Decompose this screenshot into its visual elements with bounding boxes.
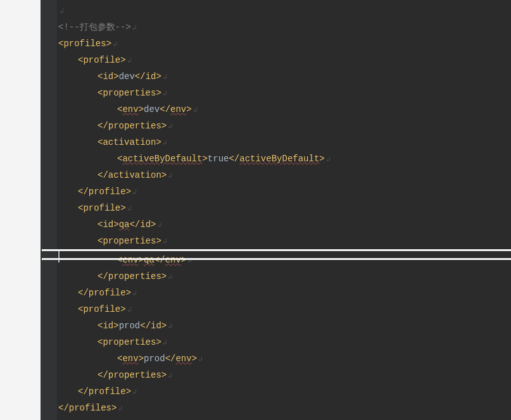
crlf-icon: ↲	[161, 237, 167, 246]
code-margin	[41, 0, 57, 420]
tag-id-close: id	[151, 321, 161, 331]
crlf-icon: ↲	[156, 221, 161, 230]
crlf-icon: ↲	[167, 371, 172, 380]
code-line[interactable]: </properties>↲	[58, 268, 511, 285]
comment-open: <!--	[58, 22, 80, 32]
crlf-icon: ↲	[167, 322, 172, 331]
tag-properties-close: properties	[108, 370, 161, 380]
tag-profile-close: profile	[89, 288, 126, 298]
code-line[interactable]: </properties>↲	[58, 367, 511, 383]
code-line[interactable]: <id>prod</id>↲	[58, 318, 511, 334]
comment-close: -->	[115, 22, 131, 32]
crlf-icon: ↲	[197, 355, 203, 364]
tag-profile-open: profile	[83, 203, 120, 213]
crlf-icon: ↲	[131, 188, 137, 197]
code-line[interactable]: <activation>↲	[58, 134, 511, 151]
code-line[interactable]: <properties>↲	[58, 233, 511, 249]
code-line[interactable]: </profiles>↲	[58, 400, 511, 416]
crlf-icon: ↲	[111, 40, 117, 49]
value-prod: prod	[119, 321, 141, 331]
value-prod: prod	[144, 354, 165, 364]
tag-properties-close: properties	[108, 121, 161, 131]
crlf-icon: ↲	[167, 122, 172, 131]
tag-profile-open: profile	[83, 304, 120, 314]
tag-id-close: id	[140, 219, 151, 230]
gutter	[0, 0, 41, 420]
code-line[interactable]: ↲	[58, 3, 511, 19]
split-gap: <env>qa</env>↲	[58, 249, 511, 268]
crlf-icon: ↲	[161, 338, 167, 347]
crlf-icon: ↲	[117, 404, 122, 413]
tag-profile-close: profile	[89, 386, 126, 397]
code-line[interactable]: <profiles>↲	[58, 35, 511, 52]
code-line[interactable]: <!--打包参数-->↲	[58, 19, 511, 35]
tag-id-open: id	[103, 71, 113, 82]
tag-activation-close: activation	[108, 170, 161, 180]
crlf-icon: ↲	[131, 23, 137, 32]
crlf-icon: ↲	[131, 388, 137, 397]
crlf-icon: ↲	[161, 89, 167, 98]
crlf-icon: ↲	[126, 306, 132, 314]
crlf-icon: ↲	[161, 73, 167, 82]
value-qa: qa	[119, 219, 130, 230]
code-line[interactable]: </properties>↲	[58, 118, 511, 134]
code-area[interactable]: ↲ <!--打包参数-->↲ <profiles>↲ <profile>↲ <i…	[57, 0, 511, 420]
tag-properties-open: properties	[103, 337, 156, 347]
code-line[interactable]: </profile>↲	[58, 383, 511, 400]
tag-properties-open: properties	[103, 236, 156, 246]
crlf-icon: ↲	[131, 289, 137, 298]
code-line[interactable]: <profile>↲	[58, 301, 511, 318]
crlf-icon: ↲	[192, 106, 198, 114]
tag-id-open: id	[103, 321, 113, 331]
crlf-icon: ↲	[161, 139, 167, 147]
tag-env-open: env	[122, 354, 138, 364]
code-line[interactable]: <properties>↲	[58, 334, 511, 350]
crlf-icon: ↲	[325, 155, 331, 164]
tag-properties-open: properties	[103, 88, 156, 98]
tag-profiles-open: profiles	[63, 39, 106, 49]
code-line[interactable]: </profile>↲	[58, 285, 511, 301]
code-line[interactable]: <profile>↲	[58, 200, 511, 216]
crlf-icon: ↲	[58, 7, 64, 16]
value-qa: qa	[144, 255, 155, 265]
tag-env-close: env	[165, 255, 181, 265]
code-line[interactable]: </activation>↲	[58, 167, 511, 183]
tag-env-close: env	[175, 354, 191, 364]
code-line[interactable]: <properties>↲	[58, 85, 511, 101]
crlf-icon: ↲	[126, 56, 132, 65]
crlf-icon: ↲	[167, 171, 172, 180]
tag-env-open: env	[122, 104, 138, 114]
crlf-icon: ↲	[167, 273, 172, 281]
code-line[interactable]: <env>prod</env>↲	[58, 350, 511, 367]
code-line[interactable]: <activeByDefault>true</activeByDefault>↲	[58, 151, 511, 167]
cursor	[58, 251, 60, 262]
code-line[interactable]: <id>qa</id>↲	[58, 216, 511, 233]
tag-env-open: env	[122, 255, 138, 265]
code-line[interactable]: <env>dev</env>↲	[58, 101, 511, 118]
tag-id-open: id	[103, 219, 113, 230]
code-line[interactable]: </profile>↲	[58, 183, 511, 200]
tag-profile-close: profile	[89, 187, 126, 197]
tag-activebydefault-close: activeByDefault	[239, 154, 319, 164]
tag-env-close: env	[170, 104, 186, 114]
code-line[interactable]: <profile>↲	[58, 52, 511, 68]
code-line[interactable]: <id>dev</id>↲	[58, 68, 511, 85]
value-true: true	[208, 154, 229, 164]
tag-profile-open: profile	[83, 55, 120, 65]
tag-activebydefault-open: activeByDefault	[122, 154, 202, 164]
editor-wrapper: ↲ <!--打包参数-->↲ <profiles>↲ <profile>↲ <i…	[0, 0, 511, 420]
tag-id-close: id	[146, 71, 156, 82]
crlf-icon: ↲	[126, 204, 132, 213]
tag-profiles-close: profiles	[69, 403, 111, 413]
comment-text: 打包参数	[80, 22, 115, 32]
tag-properties-close: properties	[108, 271, 161, 281]
tag-activation-open: activation	[103, 137, 156, 147]
value-dev: dev	[119, 71, 135, 82]
value-dev: dev	[144, 104, 160, 114]
